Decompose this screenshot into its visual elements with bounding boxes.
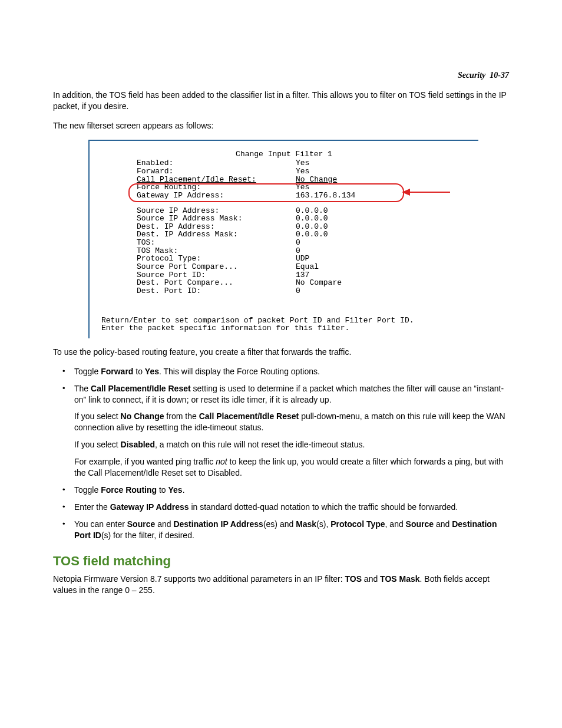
- terminal-footer-line-2: Enter the packet specific information fo…: [101, 324, 349, 332]
- header-page: 10-37: [490, 71, 509, 80]
- terminal-row: Source Port ID:137: [95, 271, 472, 279]
- terminal-footer: Return/Enter to set comparison of packet…: [95, 317, 472, 332]
- terminal-row: Dest. IP Address:0.0.0.0: [95, 223, 472, 231]
- terminal-row: Dest. Port ID:0: [95, 287, 472, 295]
- terminal-row: Force Routing:Yes: [95, 183, 472, 192]
- terminal-field-value: 0: [296, 247, 300, 255]
- section-heading-tos: TOS field matching: [53, 554, 509, 569]
- terminal-field-value: No Change: [296, 176, 337, 184]
- bullet-call-placement: The Call Placement/Idle Reset setting is…: [53, 383, 509, 479]
- terminal-row: Protocol Type:UDP: [95, 255, 472, 263]
- document-page: Security 10-37 In addition, the TOS fiel…: [0, 0, 562, 640]
- bullet-forward: Toggle Forward to Yes. This will display…: [53, 366, 509, 377]
- terminal-row: Dest. IP Address Mask:0.0.0.0: [95, 230, 472, 239]
- terminal-field-label: Source IP Address:: [137, 207, 296, 215]
- terminal-field-label: Forward:: [137, 167, 296, 176]
- terminal-field-label: TOS:: [137, 239, 296, 247]
- terminal-field-value: 0: [296, 239, 300, 247]
- terminal-row: Enabled:Yes: [95, 159, 472, 167]
- terminal-row: Gateway IP Address:163.176.8.134: [95, 192, 472, 200]
- bullet-gateway-ip: Enter the Gateway IP Address in standard…: [53, 502, 509, 513]
- bullet-list-1: Toggle Forward to Yes. This will display…: [53, 366, 509, 541]
- terminal-field-value: 0.0.0.0: [296, 223, 328, 231]
- section-tos-paragraph: Netopia Firmware Version 8.7 supports tw…: [53, 574, 509, 596]
- intro-paragraph-2: The new filterset screen appears as foll…: [53, 120, 509, 131]
- terminal-field-value: Yes: [296, 159, 309, 167]
- terminal-field-value: 0.0.0.0: [296, 230, 328, 239]
- terminal-field-label: Gateway IP Address:: [137, 192, 296, 200]
- terminal-row: TOS Mask:0: [95, 247, 472, 255]
- terminal-field-label: Enabled:: [137, 159, 296, 167]
- bullet-source-dest: You can enter Source and Destination IP …: [53, 519, 509, 541]
- terminal-row: Forward:Yes: [95, 167, 472, 176]
- terminal-title: Change Input Filter 1: [95, 150, 472, 159]
- terminal-row: Source Port Compare...Equal: [95, 263, 472, 271]
- terminal-field-label: TOS Mask:: [137, 247, 296, 255]
- sub-disabled: If you select Disabled, a match on this …: [74, 439, 509, 450]
- terminal-field-value: No Compare: [296, 279, 342, 287]
- terminal-field-label: Source IP Address Mask:: [137, 215, 296, 223]
- terminal-screen: Change Input Filter 1 Enabled:YesForward…: [88, 140, 478, 338]
- intro-paragraph-1: In addition, the TOS field has been adde…: [53, 90, 509, 112]
- sub-no-change: If you select No Change from the Call Pl…: [74, 411, 509, 433]
- after-terminal-paragraph: To use the policy-based routing feature,…: [53, 347, 509, 358]
- header-section: Security: [458, 71, 485, 80]
- terminal-field-label: Call Placement/Idle Reset:: [137, 176, 296, 184]
- terminal-field-label: Dest. IP Address Mask:: [137, 230, 296, 239]
- terminal-row: Dest. Port Compare...No Compare: [95, 279, 472, 287]
- terminal-row: Source IP Address:0.0.0.0: [95, 207, 472, 215]
- terminal-field-value: 137: [296, 271, 309, 279]
- terminal-field-label: Dest. IP Address:: [137, 223, 296, 231]
- terminal-field-value: 0.0.0.0: [296, 215, 328, 223]
- terminal-field-label: Force Routing:: [137, 183, 296, 192]
- terminal-field-label: Source Port Compare...: [137, 263, 296, 271]
- terminal-field-value: Yes: [296, 167, 309, 176]
- terminal-field-value: Equal: [296, 263, 319, 271]
- terminal-field-value: 163.176.8.134: [296, 192, 355, 200]
- terminal-row: Call Placement/Idle Reset:No Change: [95, 176, 472, 184]
- sub-example: For example, if you wanted ping traffic …: [74, 456, 509, 479]
- page-header: Security 10-37: [53, 71, 509, 80]
- bullet-force-routing: Toggle Force Routing to Yes.: [53, 485, 509, 496]
- terminal-field-label: Source Port ID:: [137, 271, 296, 279]
- terminal-wrapper: Change Input Filter 1 Enabled:YesForward…: [88, 140, 509, 338]
- terminal-field-label: Dest. Port Compare...: [137, 279, 296, 287]
- terminal-row: TOS:0: [95, 239, 472, 247]
- terminal-field-label: Dest. Port ID:: [137, 287, 296, 295]
- terminal-row: Source IP Address Mask:0.0.0.0: [95, 215, 472, 223]
- terminal-field-label: Protocol Type:: [137, 255, 296, 263]
- terminal-field-value: Yes: [296, 183, 309, 192]
- terminal-field-value: 0: [296, 287, 300, 295]
- terminal-field-value: 0.0.0.0: [296, 207, 328, 215]
- terminal-field-value: UDP: [296, 255, 309, 263]
